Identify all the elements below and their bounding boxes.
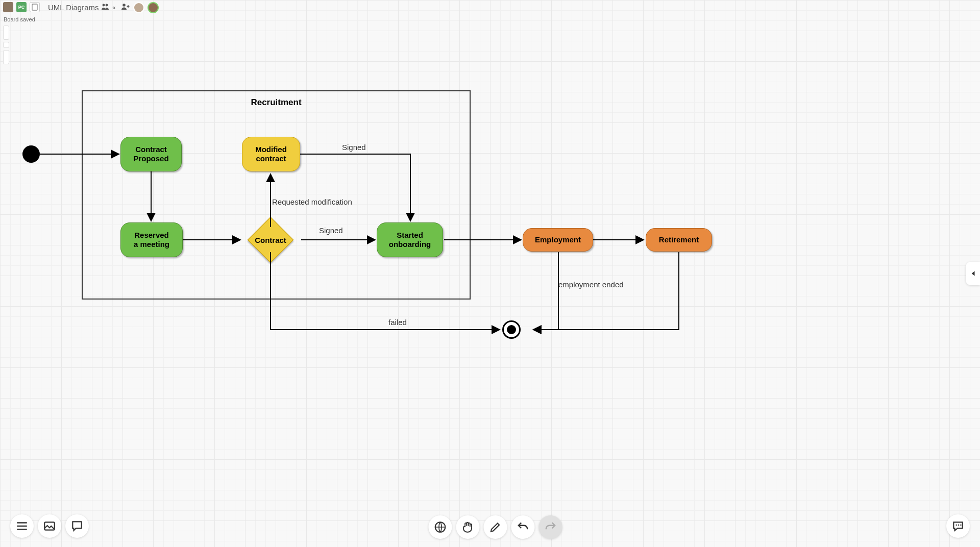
page-icon[interactable] bbox=[30, 2, 40, 12]
right-panel-toggle[interactable] bbox=[966, 262, 980, 285]
topbar: PC UML Diagrams bbox=[3, 2, 99, 12]
undo-button[interactable] bbox=[511, 515, 534, 539]
save-status: Board saved bbox=[4, 16, 35, 22]
avatar-pc-badge[interactable]: PC bbox=[16, 2, 27, 12]
board-title[interactable]: UML Diagrams bbox=[48, 3, 99, 12]
edges-layer bbox=[0, 0, 980, 547]
bottom-right-toolbar bbox=[946, 514, 970, 538]
canvas[interactable]: Recruitment Contract Proposed Reserved a… bbox=[0, 0, 980, 547]
chat-button[interactable] bbox=[65, 514, 89, 538]
svg-point-3 bbox=[122, 4, 126, 7]
pan-tool[interactable] bbox=[456, 515, 479, 539]
svg-point-1 bbox=[103, 4, 105, 7]
feedback-button[interactable] bbox=[946, 514, 970, 538]
collapse-icon[interactable]: « bbox=[112, 4, 116, 11]
collaborators-bar: « bbox=[101, 2, 159, 13]
redo-button[interactable] bbox=[538, 515, 562, 539]
globe-tool[interactable] bbox=[428, 515, 452, 539]
svg-point-2 bbox=[106, 4, 108, 7]
menu-button[interactable] bbox=[10, 514, 34, 538]
images-button[interactable] bbox=[38, 514, 61, 538]
mini-slot-1[interactable] bbox=[3, 26, 9, 40]
collaborator-avatar-1[interactable] bbox=[133, 2, 144, 13]
avatar-owner[interactable] bbox=[3, 2, 13, 12]
bottom-center-toolbar bbox=[428, 515, 562, 539]
mini-slot-3[interactable] bbox=[3, 50, 9, 64]
left-mini-toolbar bbox=[3, 26, 9, 64]
bottom-left-toolbar bbox=[10, 514, 89, 538]
draw-tool[interactable] bbox=[483, 515, 507, 539]
group-icon[interactable] bbox=[101, 3, 109, 12]
svg-rect-0 bbox=[32, 4, 37, 10]
add-user-button[interactable] bbox=[121, 3, 130, 12]
mini-slot-2[interactable] bbox=[3, 42, 9, 48]
collaborator-avatar-2[interactable] bbox=[148, 2, 159, 13]
